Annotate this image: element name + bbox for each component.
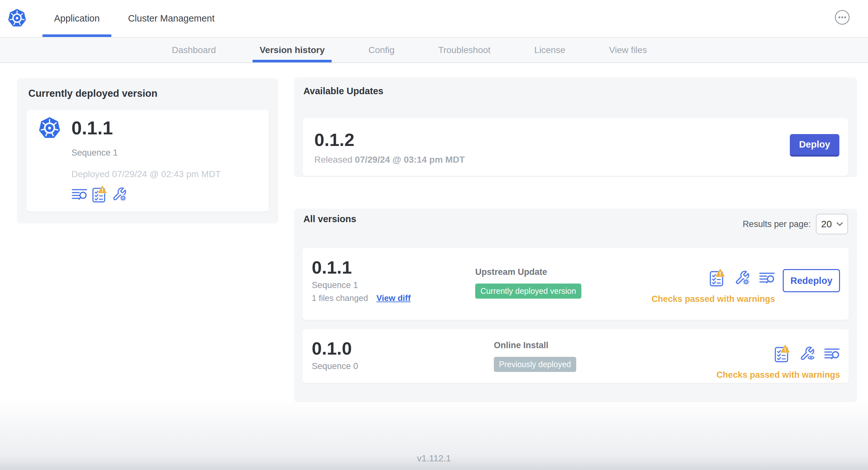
- release-notes-button[interactable]: [71, 188, 88, 201]
- redeploy-button[interactable]: Redeploy: [783, 269, 840, 292]
- update-version-number: 0.1.2: [314, 129, 837, 150]
- results-per-page-label: Results per page:: [743, 219, 811, 229]
- preflight-checks-button[interactable]: [92, 185, 107, 203]
- currently-deployed-badge: Currently deployed version: [475, 283, 581, 299]
- preflight-checks-button[interactable]: [709, 268, 725, 287]
- version-source-column: Online Install Previously deployed: [494, 339, 690, 383]
- kubernetes-logo-icon: [6, 8, 28, 29]
- version-source-label: Online Install: [494, 340, 690, 350]
- version-actions-column: Checks passed with warnings Redeploy: [651, 268, 840, 320]
- deployed-timestamp: Deployed 07/29/24 @ 02:43 pm MDT: [71, 169, 221, 179]
- version-action-icons: [709, 268, 775, 287]
- version-history-page: Application Cluster Management Dashboard…: [0, 0, 868, 470]
- console-version-label: v1.112.1: [0, 453, 868, 464]
- view-diff-link[interactable]: View diff: [376, 293, 410, 303]
- available-updates-card: Available Updates 0.1.2 Released 07/29/2…: [294, 77, 857, 177]
- results-per-page-value: 20: [821, 219, 832, 230]
- currently-deployed-version-panel: 0.1.1 Sequence 1 Deployed 07/29/24 @ 02:…: [27, 110, 269, 211]
- release-notes-button[interactable]: [759, 271, 775, 284]
- icons-and-status: Checks passed with warnings: [716, 344, 840, 380]
- tab-application[interactable]: Application: [40, 0, 114, 37]
- results-per-page-control: Results per page: 20: [743, 214, 848, 234]
- top-bar: Application Cluster Management: [0, 0, 868, 38]
- subnav-item-troubleshoot[interactable]: Troubleshoot: [431, 38, 497, 62]
- version-row-0-1-1: 0.1.1 Sequence 1 1 files changed View di…: [302, 248, 849, 320]
- files-changed-row: 1 files changed View diff: [312, 293, 475, 303]
- results-per-page-select[interactable]: 20: [816, 214, 848, 234]
- deployed-version-actions: [71, 185, 127, 203]
- sequence-label: Sequence 1: [312, 280, 475, 290]
- currently-deployed-title: Currently deployed version: [28, 88, 157, 99]
- subnav-item-view-files[interactable]: View files: [602, 38, 654, 62]
- view-config-button[interactable]: [800, 346, 815, 361]
- files-changed-label: 1 files changed: [312, 293, 368, 303]
- edit-config-button[interactable]: [735, 270, 750, 286]
- edit-config-icon: [735, 270, 750, 286]
- app-level-tabs: Application Cluster Management: [40, 0, 229, 37]
- available-update-row: 0.1.2 Released 07/29/24 @ 03:14 pm MDT D…: [303, 118, 848, 176]
- version-action-icons: [774, 344, 840, 363]
- version-row-0-1-0: 0.1.0 Sequence 0 Online Install Previous…: [302, 329, 849, 383]
- preflight-status-text: Checks passed with warnings: [716, 370, 840, 380]
- deployed-sequence-label: Sequence 1: [71, 148, 118, 158]
- preflight-checks-warning-icon: [92, 185, 107, 203]
- version-number: 0.1.1: [312, 258, 475, 277]
- subnav-item-config[interactable]: Config: [361, 38, 402, 62]
- preflight-status-text: Checks passed with warnings: [651, 294, 775, 304]
- chevron-down-icon: [836, 222, 843, 226]
- previously-deployed-badge: Previously deployed: [494, 357, 576, 372]
- preflight-checks-warning-icon: [774, 344, 790, 363]
- available-updates-title: Available Updates: [303, 86, 383, 96]
- preflight-checks-warning-icon: [709, 268, 725, 287]
- release-notes-icon: [71, 188, 88, 201]
- subnav-item-version-history[interactable]: Version history: [253, 38, 332, 62]
- more-menu-button[interactable]: [835, 10, 850, 25]
- preflight-checks-button[interactable]: [774, 344, 790, 363]
- version-info-column: 0.1.1 Sequence 1 1 files changed View di…: [312, 258, 475, 320]
- deployed-version-number: 0.1.1: [71, 117, 113, 139]
- subnav-item-license[interactable]: License: [527, 38, 573, 62]
- currently-deployed-card: Currently deployed version 0.1.1 Sequenc…: [17, 78, 278, 224]
- page-footer: v1.112.1: [0, 399, 868, 470]
- release-notes-button[interactable]: [824, 347, 840, 360]
- version-source-label: Upstream Update: [475, 267, 651, 277]
- release-notes-icon: [759, 271, 775, 284]
- release-notes-icon: [824, 347, 840, 360]
- app-sub-nav: Dashboard Version history Config Trouble…: [0, 38, 868, 63]
- subnav-item-dashboard[interactable]: Dashboard: [165, 38, 223, 62]
- all-versions-title: All versions: [303, 214, 356, 224]
- all-versions-card: All versions Results per page: 20 0.1.1 …: [294, 209, 857, 402]
- ellipsis-circle-icon: [835, 10, 850, 25]
- kubernetes-app-icon: [37, 116, 62, 141]
- sequence-label: Sequence 0: [312, 361, 494, 371]
- edit-config-icon: [112, 187, 127, 202]
- version-actions-column: Checks passed with warnings: [716, 344, 840, 383]
- icons-and-status: Checks passed with warnings: [651, 268, 775, 304]
- edit-config-button[interactable]: [112, 187, 127, 202]
- version-source-column: Upstream Update Currently deployed versi…: [475, 258, 651, 320]
- version-number: 0.1.0: [312, 339, 494, 358]
- tab-cluster-management[interactable]: Cluster Management: [114, 0, 229, 37]
- deploy-button[interactable]: Deploy: [790, 134, 839, 157]
- update-released-timestamp: Released 07/29/24 @ 03:14 pm MDT: [314, 155, 837, 165]
- view-config-icon: [800, 346, 815, 361]
- released-date: 07/29/24 @ 03:14 pm MDT: [355, 155, 465, 165]
- released-prefix: Released: [314, 155, 352, 165]
- version-info-column: 0.1.0 Sequence 0: [312, 339, 494, 383]
